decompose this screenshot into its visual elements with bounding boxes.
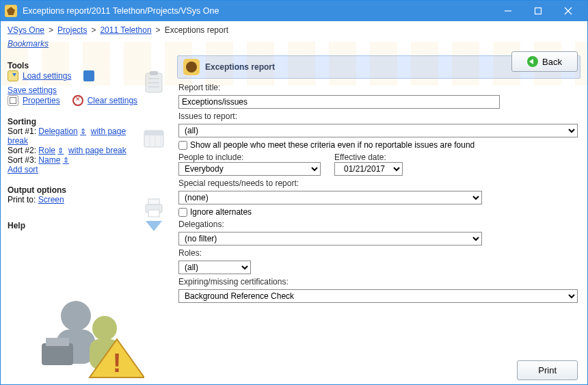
properties-link[interactable]: Properties: [23, 96, 60, 105]
maximize-button[interactable]: [523, 1, 553, 21]
titlebar: Exceptions report/2011 Telethon/Projects…: [1, 1, 587, 21]
roles-select[interactable]: (all): [178, 261, 251, 274]
delegations-select[interactable]: (no filter): [178, 232, 482, 245]
ignore-alternates-label: Ignore alternates: [190, 207, 252, 217]
report-title-input[interactable]: [178, 95, 500, 109]
window-title: Exceptions report/2011 Telethon/Projects…: [23, 6, 493, 16]
sort3-field-link[interactable]: Name: [38, 155, 60, 165]
back-button-label: Back: [542, 57, 562, 67]
roles-label: Roles:: [178, 248, 579, 258]
sort3-direction[interactable]: ⇕: [63, 156, 69, 164]
svg-rect-5: [150, 71, 158, 75]
issues-select[interactable]: (all): [178, 124, 578, 137]
sort-row-2: Sort #2: Role ⇕ with page break: [8, 146, 142, 155]
breadcrumb-item[interactable]: VSys One: [8, 25, 44, 35]
sort2-direction[interactable]: ⇕: [57, 146, 64, 155]
calendar-icon: [142, 127, 166, 151]
main-panel: Exceptions report Report title: Issues t…: [177, 55, 580, 349]
breadcrumb-sep: >: [156, 25, 161, 35]
breadcrumb-item[interactable]: 2011 Telethon: [100, 25, 151, 35]
svg-point-20: [92, 316, 117, 341]
print-to-link[interactable]: Screen: [38, 195, 64, 204]
breadcrumb-sep: >: [91, 25, 96, 35]
svg-rect-1: [535, 8, 542, 14]
people-select[interactable]: Everybody: [178, 162, 321, 176]
special-select[interactable]: (none): [178, 191, 482, 204]
svg-text:!: !: [113, 349, 122, 377]
print-to-row: Print to: Screen: [8, 195, 142, 204]
close-button[interactable]: [553, 1, 583, 21]
svg-point-18: [61, 301, 91, 331]
show-all-checkbox-row[interactable]: Show all people who meet these criteria …: [178, 140, 579, 150]
delegations-label: Delegations:: [178, 220, 579, 229]
people-warning-illustration: !: [42, 290, 144, 379]
show-all-label: Show all people who meet these criteria …: [190, 140, 475, 150]
main-title: Exceptions report: [205, 62, 275, 72]
svg-rect-15: [148, 199, 159, 204]
print-button-label: Print: [538, 365, 557, 375]
app-window: Exceptions report/2011 Telethon/Projects…: [0, 0, 588, 385]
add-sort-link[interactable]: Add sort: [8, 165, 38, 174]
properties-icon: [8, 95, 18, 106]
app-icon: [5, 5, 17, 17]
breadcrumb: VSys One > Projects > 2011 Telethon > Ex…: [1, 21, 587, 35]
print-button[interactable]: Print: [517, 360, 578, 380]
certs-label: Expiring/missing certifications:: [178, 277, 579, 287]
breadcrumb-item[interactable]: Projects: [57, 25, 87, 35]
sort-row-1: Sort #1: Delegation ⇕ with page break: [8, 127, 142, 146]
ignore-alternates-checkbox[interactable]: [178, 208, 187, 217]
bookmarks-link[interactable]: Bookmarks: [8, 39, 49, 49]
tools-header: Tools: [8, 61, 142, 70]
report-title-label: Report title:: [178, 83, 579, 92]
sort2-break-link[interactable]: with page break: [68, 146, 126, 155]
back-button[interactable]: Back: [511, 51, 578, 72]
svg-marker-17: [146, 221, 162, 231]
svg-rect-23: [46, 338, 69, 346]
show-all-checkbox[interactable]: [178, 141, 187, 150]
sorting-header: Sorting: [8, 117, 142, 127]
clear-icon: [72, 95, 83, 106]
minimize-button[interactable]: [493, 1, 523, 21]
save-icon: [83, 70, 94, 81]
chevron-down-icon[interactable]: [142, 213, 166, 237]
breadcrumb-current: Exceptions report: [165, 25, 228, 35]
breadcrumb-sep: >: [49, 25, 53, 35]
save-settings-link[interactable]: Save settings: [8, 85, 57, 95]
back-arrow-icon: [527, 56, 538, 67]
svg-rect-22: [42, 343, 73, 365]
report-icon: [183, 59, 200, 75]
sort1-field-link[interactable]: Delegation: [38, 127, 77, 136]
ignore-alternates-row[interactable]: Ignore alternates: [178, 207, 579, 217]
sort1-direction[interactable]: ⇕: [80, 127, 86, 135]
effective-date-label: Effective date:: [334, 152, 403, 162]
special-label: Special requests/needs to report:: [178, 178, 579, 188]
load-settings-link[interactable]: Load settings: [23, 71, 71, 81]
clear-settings-link[interactable]: Clear settings: [88, 96, 137, 105]
certs-select[interactable]: Background Reference Check: [178, 289, 578, 303]
clipboard-icon: [142, 70, 166, 95]
issues-label: Issues to report:: [178, 111, 579, 121]
help-header: Help: [8, 221, 142, 230]
sort2-field-link[interactable]: Role: [38, 146, 55, 155]
sort-row-3: Sort #3: Name ⇕: [8, 155, 142, 165]
people-label: People to include:: [178, 152, 321, 162]
load-icon: [8, 70, 18, 81]
effective-date-picker[interactable]: 01/21/2017: [334, 162, 403, 176]
output-header: Output options: [8, 185, 142, 195]
svg-rect-10: [144, 131, 163, 135]
